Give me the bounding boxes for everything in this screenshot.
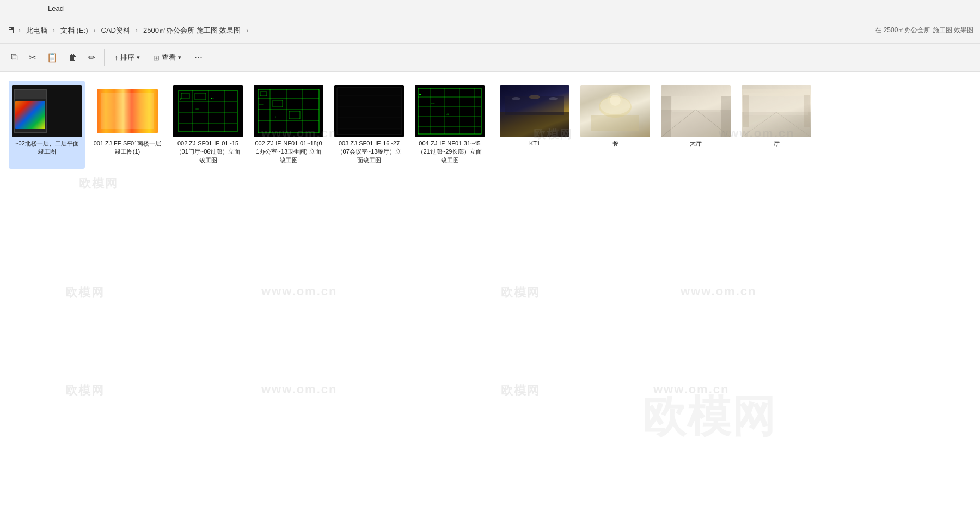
file-thumbnail — [500, 85, 569, 137]
file-label: ~02北楼一层、二层平面竣工图 — [12, 139, 82, 156]
watermark-7: 欧模网 — [501, 284, 540, 301]
view-label: 查看 — [162, 53, 176, 63]
breadcrumb-cad[interactable]: CAD资料 — [98, 25, 133, 37]
file-item[interactable]: 001 ZJ-FF-SF01南楼一层竣工图(1) — [89, 81, 166, 169]
file-thumbnail — [661, 85, 731, 137]
watermark-1: 欧模网 — [79, 175, 118, 192]
address-bar-right: 在 2500㎡办公会所 施工图 效果图 — [875, 26, 973, 35]
rename-button[interactable]: ✏ — [84, 50, 100, 65]
svg-rect-55 — [661, 96, 671, 137]
svg-rect-12 — [258, 89, 319, 133]
file-item[interactable]: ═══ │││ 002-ZJ-IE-NF01-01~18(01办公室~13卫生间… — [250, 81, 327, 169]
watermark-11: 欧模网 — [501, 382, 540, 399]
paste-icon: 📋 — [47, 52, 58, 63]
svg-text:═══: ═══ — [259, 103, 264, 105]
watermark-10: www.om.cn — [261, 382, 337, 397]
file-label: 大厅 — [690, 139, 702, 148]
svg-text:|||: ||| — [180, 97, 181, 100]
file-label: 001 ZJ-FF-SF01南楼一层竣工图(1) — [93, 139, 162, 156]
watermark-9: 欧模网 — [65, 382, 105, 399]
svg-text:│││: │││ — [275, 116, 279, 118]
more-button[interactable]: ··· — [189, 50, 208, 65]
file-label: 003 ZJ-SF01-IE-16~27（07会议室~13餐厅）立面竣工图 — [334, 139, 404, 165]
file-item[interactable]: 大厅 — [658, 81, 734, 169]
svg-rect-29 — [418, 88, 481, 134]
file-thumbnail — [742, 85, 811, 137]
watermark-5: 欧模网 — [65, 284, 105, 301]
file-thumbnail — [580, 85, 650, 137]
file-grid: ~02北楼一层、二层平面竣工图 001 ZJ-FF-SF01南楼一层竣工图(1) — [0, 72, 980, 178]
svg-rect-7 — [181, 93, 189, 99]
svg-text:┤├: ┤├ — [446, 113, 449, 115]
breadcrumb-sep-3: › — [136, 27, 138, 34]
svg-point-50 — [610, 95, 621, 106]
file-thumbnail — [93, 85, 162, 137]
file-thumbnail: ||| ==== ■ □ — [173, 85, 243, 137]
breadcrumb-current[interactable]: 2500㎡办公会所 施工图 效果图 — [140, 25, 244, 37]
svg-rect-59 — [742, 89, 811, 96]
svg-point-45 — [549, 97, 558, 100]
svg-rect-56 — [721, 96, 731, 137]
sort-label: 排序 — [120, 53, 134, 63]
view-button[interactable]: ⊞ 查看 ▾ — [148, 51, 187, 65]
cut-icon: ✂ — [29, 52, 36, 63]
svg-rect-41 — [500, 112, 569, 137]
paste-button[interactable]: 📋 — [42, 50, 62, 65]
svg-rect-19 — [260, 92, 267, 96]
toolbar-separator — [104, 49, 105, 66]
svg-text:■■: ■■ — [419, 93, 421, 95]
cut-button[interactable]: ✂ — [24, 50, 40, 65]
svg-rect-0 — [179, 90, 237, 132]
watermark-8: www.om.cn — [681, 284, 756, 299]
file-item[interactable]: KT1 — [497, 81, 573, 169]
toolbar: ⧉ ✂ 📋 🗑 ✏ ↑ 排序 ▾ ⊞ 查看 ▾ ··· — [0, 44, 980, 72]
delete-button[interactable]: 🗑 — [64, 51, 82, 65]
file-thumbnail: ═══ │││ — [254, 85, 323, 137]
breadcrumb-sep-4: › — [246, 27, 248, 34]
svg-rect-58 — [744, 93, 808, 115]
file-label: 004-ZJ-IE-NF01-31~45（21过廊~29长廊）立面竣工图 — [415, 139, 485, 165]
file-item[interactable]: 003 ZJ-SF01-IE-16~27（07会议室~13餐厅）立面竣工图 — [331, 81, 407, 169]
sort-chevron-icon: ▾ — [137, 54, 140, 61]
rename-icon: ✏ — [88, 52, 95, 63]
file-item[interactable]: 餐 — [577, 81, 653, 169]
svg-rect-24 — [337, 88, 401, 135]
breadcrumb-sep-0: › — [19, 27, 21, 34]
file-item[interactable]: ■■ ═══ ┤├ 004-ZJ-IE-NF01-31~45（21过廊~29长廊… — [412, 81, 488, 169]
svg-rect-20 — [273, 100, 283, 107]
file-thumbnail: ■■ ═══ ┤├ — [415, 85, 485, 137]
sort-up-icon: ↑ — [114, 53, 118, 62]
file-label: 002-ZJ-IE-NF01-01~18(01办公室~13卫生间) 立面竣工图 — [254, 139, 323, 165]
breadcrumb-computer[interactable]: 此电脑 — [23, 25, 51, 37]
file-item[interactable]: 厅 — [738, 81, 814, 169]
svg-text:====: ==== — [195, 108, 199, 110]
file-label: 002 ZJ-SF01-IE-01~15（01门厅~06过廊）立面竣工图 — [173, 139, 243, 165]
file-item[interactable]: ~02北楼一层、二层平面竣工图 — [9, 81, 85, 169]
file-label: 餐 — [612, 139, 618, 148]
svg-rect-51 — [661, 110, 731, 137]
view-chevron-icon: ▾ — [178, 54, 181, 61]
svg-point-43 — [512, 97, 520, 100]
svg-rect-62 — [743, 95, 749, 127]
breadcrumb-sep-1: › — [53, 27, 55, 34]
breadcrumb-sep-2: › — [94, 27, 96, 34]
computer-icon: 🖥 — [7, 26, 15, 35]
content-area: 欧模网 www.om.cn 欧模网 www.om.cn 欧模网 www.om.c… — [0, 72, 980, 517]
file-thumbnail — [12, 85, 82, 137]
address-bar: 🖥 › 此电脑 › 文档 (E:) › CAD资料 › 2500㎡办公会所 施工… — [0, 17, 980, 44]
sort-button[interactable]: ↑ 排序 ▾ — [109, 51, 145, 65]
watermark-12: www.om.cn — [653, 382, 729, 397]
watermark-6: www.om.cn — [261, 284, 337, 299]
svg-rect-57 — [742, 112, 811, 137]
file-item[interactable]: ||| ==== ■ □ 002 ZJ-SF01-IE-01~15（01门厅~0… — [170, 81, 246, 169]
svg-text:■ □: ■ □ — [211, 97, 214, 99]
view-icon: ⊞ — [153, 53, 160, 62]
watermark-big: 欧模网 — [642, 388, 776, 447]
copy-icon: ⧉ — [11, 52, 18, 63]
delete-icon: 🗑 — [69, 53, 77, 63]
svg-rect-21 — [289, 111, 300, 119]
file-label: KT1 — [529, 139, 540, 148]
breadcrumb-docs[interactable]: 文档 (E:) — [57, 25, 91, 37]
copy-button[interactable]: ⧉ — [7, 50, 22, 65]
title-bar: Lead — [0, 0, 980, 17]
